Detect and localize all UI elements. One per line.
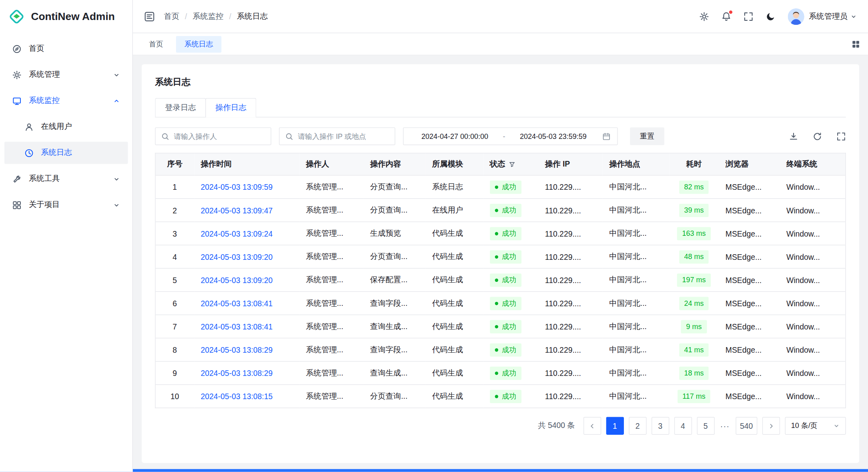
cell-time: 2024-05-03 13:08:41 xyxy=(194,291,299,315)
breadcrumb-item-monitor[interactable]: 系统监控 xyxy=(192,11,223,21)
cell-os: Window... xyxy=(780,268,846,291)
log-detail-link[interactable]: 2024-05-03 13:08:29 xyxy=(200,369,273,378)
log-detail-link[interactable]: 2024-05-03 13:08:41 xyxy=(200,299,273,307)
sidebar-item-system-management[interactable]: 系统管理 xyxy=(4,64,128,86)
sidebar-item-home[interactable]: 首页 xyxy=(4,38,128,60)
monitor-icon xyxy=(12,96,22,106)
cell-duration: 117 ms xyxy=(669,385,719,408)
app-logo[interactable]: ContiNew Admin xyxy=(0,0,132,33)
cell-duration: 163 ms xyxy=(669,222,719,245)
status-dot xyxy=(495,278,498,281)
ip-search-input[interactable] xyxy=(298,132,389,141)
col-header-index: 序号 xyxy=(155,153,194,175)
col-header-status: 状态 xyxy=(483,153,538,175)
page-button-1[interactable]: 1 xyxy=(606,417,623,435)
tab-login-logs[interactable]: 登录日志 xyxy=(155,98,206,117)
status-filter-icon[interactable] xyxy=(509,161,515,168)
gear-icon xyxy=(12,70,22,80)
tab-home[interactable]: 首页 xyxy=(140,36,171,52)
cell-status: 成功 xyxy=(483,315,538,338)
prev-page-button[interactable] xyxy=(583,417,601,435)
cell-browser: MSEdge... xyxy=(719,222,780,245)
log-detail-link[interactable]: 2024-05-03 13:09:59 xyxy=(200,183,273,191)
duration-tag: 18 ms xyxy=(679,366,709,380)
user-icon xyxy=(24,122,34,132)
user-menu[interactable]: 系统管理员 xyxy=(788,8,857,24)
cell-operator: 系统管理... xyxy=(299,245,363,268)
cell-os: Window... xyxy=(780,199,846,222)
cell-operator: 系统管理... xyxy=(299,338,363,362)
duration-tag: 39 ms xyxy=(679,203,709,217)
cell-duration: 18 ms xyxy=(669,362,719,385)
chevron-down-icon xyxy=(833,422,840,429)
breadcrumb-item-home[interactable]: 首页 xyxy=(164,11,179,21)
table-fullscreen-icon[interactable] xyxy=(836,132,846,141)
log-detail-link[interactable]: 2024-05-03 13:08:15 xyxy=(200,392,273,401)
status-badge: 成功 xyxy=(490,203,521,217)
sidebar-item-online-users[interactable]: 在线用户 xyxy=(4,116,128,138)
cell-module: 代码生成 xyxy=(425,338,483,362)
date-range-end[interactable]: 2024-05-03 23:59:59 xyxy=(509,132,598,141)
operator-search-field[interactable] xyxy=(155,127,271,145)
page-button-3[interactable]: 3 xyxy=(652,417,669,435)
pagination-ellipsis[interactable]: ··· xyxy=(720,422,731,430)
cell-ip: 110.229.... xyxy=(538,245,602,268)
tab-operation-logs[interactable]: 操作日志 xyxy=(205,98,256,117)
date-range-picker[interactable]: 2024-04-27 00:00:00 - 2024-05-03 23:59:5… xyxy=(403,127,618,145)
download-icon[interactable] xyxy=(789,132,798,141)
cell-content: 查询生成... xyxy=(363,362,425,385)
sidebar-item-system-monitor[interactable]: 系统监控 xyxy=(4,90,128,112)
cell-operator: 系统管理... xyxy=(299,222,363,245)
cell-location: 中国河北... xyxy=(603,199,669,222)
fullscreen-icon[interactable] xyxy=(744,11,754,21)
cell-duration: 48 ms xyxy=(669,245,719,268)
cell-operator: 系统管理... xyxy=(299,175,363,199)
log-detail-link[interactable]: 2024-05-03 13:09:20 xyxy=(200,275,273,284)
page-button-4[interactable]: 4 xyxy=(674,417,692,435)
log-detail-link[interactable]: 2024-05-03 13:08:29 xyxy=(200,345,273,354)
reset-button[interactable]: 重置 xyxy=(630,127,664,145)
cell-ip: 110.229.... xyxy=(538,199,602,222)
dark-mode-moon-icon[interactable] xyxy=(766,11,776,21)
page-button-2[interactable]: 2 xyxy=(629,417,646,435)
page-button-5[interactable]: 5 xyxy=(697,417,714,435)
col-header-duration: 耗时 xyxy=(669,153,719,175)
sidebar-item-label: 系统监控 xyxy=(29,96,106,106)
content-area: 系统日志 登录日志 操作日志 xyxy=(133,55,868,472)
wrench-icon xyxy=(12,174,22,184)
log-detail-link[interactable]: 2024-05-03 13:09:20 xyxy=(200,252,273,261)
collapse-sidebar-icon[interactable] xyxy=(144,11,155,22)
duration-tag: 82 ms xyxy=(679,180,709,193)
sidebar-item-label: 系统日志 xyxy=(41,148,120,158)
sidebar-item-system-logs[interactable]: 系统日志 xyxy=(4,142,128,164)
tab-system-logs[interactable]: 系统日志 xyxy=(176,36,221,52)
table-row: 5 2024-05-03 13:09:20 系统管理... 保存配置... 代码… xyxy=(155,268,846,291)
page-size-select[interactable]: 10 条/页 xyxy=(785,417,846,435)
operator-search-input[interactable] xyxy=(174,132,265,141)
cell-module: 在线用户 xyxy=(425,199,483,222)
refresh-icon[interactable] xyxy=(813,132,822,141)
log-detail-link[interactable]: 2024-05-03 13:09:47 xyxy=(200,206,273,215)
user-avatar[interactable] xyxy=(788,8,804,24)
tab-options-grid-icon[interactable] xyxy=(852,40,860,48)
cell-module: 代码生成 xyxy=(425,222,483,245)
settings-gear-icon[interactable] xyxy=(699,11,709,21)
ip-search-field[interactable] xyxy=(279,127,395,145)
col-header-module: 所属模块 xyxy=(425,153,483,175)
log-detail-link[interactable]: 2024-05-03 13:09:24 xyxy=(200,229,273,238)
breadcrumb-separator: / xyxy=(229,12,231,21)
page-button-last[interactable]: 540 xyxy=(736,417,757,435)
notifications-bell-icon[interactable] xyxy=(721,11,731,21)
log-detail-link[interactable]: 2024-05-03 13:08:41 xyxy=(200,322,273,331)
cell-content: 查询字段... xyxy=(363,338,425,362)
continew-logo-icon xyxy=(8,8,25,25)
sidebar-item-system-tools[interactable]: 系统工具 xyxy=(4,168,128,190)
duration-tag: 24 ms xyxy=(679,297,709,310)
date-range-start[interactable]: 2024-04-27 00:00:00 xyxy=(410,132,499,141)
status-badge: 成功 xyxy=(490,180,521,193)
next-page-button[interactable] xyxy=(762,417,780,435)
duration-tag: 163 ms xyxy=(677,227,711,240)
cell-time: 2024-05-03 13:09:24 xyxy=(194,222,299,245)
cell-operator: 系统管理... xyxy=(299,268,363,291)
sidebar-item-about-project[interactable]: 关于项目 xyxy=(4,194,128,216)
